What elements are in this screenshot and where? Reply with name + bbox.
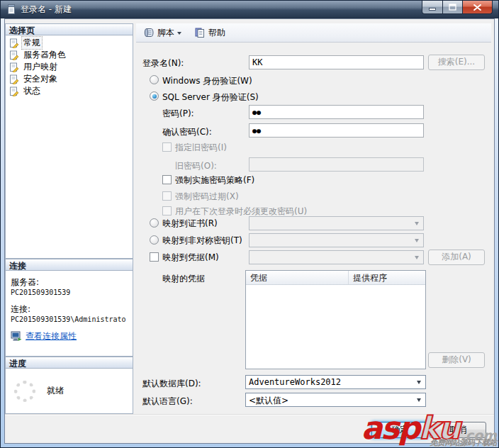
sidebar-item-general[interactable]: 常规: [6, 37, 133, 49]
close-icon: [473, 4, 481, 11]
minimize-button[interactable]: [422, 1, 443, 14]
sidebar-item-label: 状态: [22, 85, 42, 97]
script-button-label: 脚本: [157, 27, 174, 39]
sidebar: 选择页 常规 服务器角色 用户映射 安全对象: [5, 23, 133, 414]
server-label: 服务器:: [11, 276, 128, 289]
connection-header: 连接: [5, 259, 133, 271]
default-language-combo[interactable]: <默认值>: [245, 393, 426, 407]
view-connection-properties-link[interactable]: 查看连接属性: [26, 330, 77, 342]
cancel-button[interactable]: 取消: [430, 422, 486, 438]
property-page-icon: [9, 86, 19, 96]
select-page-header: 选择页: [5, 23, 133, 35]
script-button[interactable]: 脚本: [140, 26, 184, 40]
chevron-down-icon: [417, 381, 421, 386]
specify-old-password-label: 指定旧密码(I): [175, 142, 227, 154]
pages-panel: 常规 服务器角色 用户映射 安全对象 状态: [5, 35, 133, 259]
windows-auth-radio[interactable]: [150, 75, 159, 84]
old-password-label: 旧密码(O):: [175, 160, 217, 172]
table-header-provider: 提供程序: [349, 271, 425, 284]
sidebar-item-user-mapping[interactable]: 用户映射: [6, 61, 133, 73]
chevron-down-icon: [415, 256, 419, 262]
property-page-icon: [9, 62, 19, 72]
windows-auth-label: Windows 身份验证(W): [162, 75, 252, 87]
default-database-value: AdventureWorks2012: [246, 376, 425, 388]
sql-auth-radio[interactable]: [150, 91, 159, 101]
password-label: 密码(P):: [162, 108, 194, 120]
sidebar-item-label: 常规: [22, 37, 42, 49]
maximize-button[interactable]: [443, 1, 463, 14]
property-page-icon: [9, 50, 19, 60]
login-name-input[interactable]: [249, 55, 424, 69]
chevron-down-icon: [177, 32, 181, 37]
dialog-icon: [6, 4, 17, 15]
property-page-icon: [9, 74, 19, 84]
help-button[interactable]: 帮助: [191, 26, 228, 40]
property-page-icon: [9, 38, 19, 48]
script-icon: [143, 27, 155, 38]
sidebar-item-securables[interactable]: 安全对象: [6, 73, 133, 85]
minimize-icon: [429, 4, 436, 11]
old-password-input: [249, 157, 424, 172]
credential-combo: [249, 250, 424, 264]
connection-panel: 服务器: PC201509301539 连接: PC201509301539\A…: [5, 271, 133, 357]
progress-panel: 就绪: [5, 369, 133, 414]
enforce-policy-checkbox[interactable]: [162, 175, 172, 184]
map-credential-label: 映射到凭据(M): [162, 252, 219, 264]
toolbar: 脚本 帮助: [136, 23, 491, 43]
map-certificate-radio[interactable]: [150, 218, 159, 228]
footer: 确定 取消: [5, 414, 494, 443]
asym-key-combo: [249, 233, 424, 247]
mapped-credentials-label: 映射的凭据: [162, 273, 205, 285]
sidebar-item-server-roles[interactable]: 服务器角色: [6, 49, 133, 61]
chevron-down-icon: [415, 239, 419, 245]
must-change-password-checkbox: [162, 206, 172, 215]
general-page-form: 登录名(N): 搜索(E)... Windows 身份验证(W) SQL Ser…: [136, 43, 491, 414]
enforce-policy-label: 强制实施密码策略(F): [175, 174, 254, 186]
computer-icon: [11, 331, 22, 342]
dialog-window: 登录名 - 新建 选择页 常规 服务器角色: [0, 0, 499, 448]
mapped-credentials-table[interactable]: 凭据 提供程序: [245, 270, 426, 369]
connection-value: PC201509301539\Administrato: [11, 315, 128, 323]
progress-header: 进度: [5, 357, 133, 369]
default-database-label: 默认数据库(D):: [142, 378, 201, 390]
table-header-credential: 凭据: [246, 271, 349, 284]
dialog-content: 选择页 常规 服务器角色 用户映射 安全对象: [4, 18, 495, 444]
confirm-password-label: 确认密码(C):: [162, 126, 212, 138]
chevron-down-icon: [415, 222, 419, 228]
connection-label: 连接:: [11, 303, 128, 315]
progress-spinner-icon: [14, 381, 35, 402]
map-credential-checkbox[interactable]: [150, 252, 159, 262]
progress-status: 就绪: [47, 385, 64, 397]
sql-auth-label: SQL Server 身份验证(S): [162, 91, 259, 103]
close-button[interactable]: [463, 1, 493, 14]
ok-button[interactable]: 确定: [371, 422, 428, 438]
login-name-label: 登录名(N):: [142, 57, 184, 69]
sidebar-item-label: 安全对象: [22, 73, 59, 85]
default-database-combo[interactable]: AdventureWorks2012: [245, 375, 426, 389]
remove-button: 删除(V): [428, 352, 485, 368]
window-controls: [422, 1, 493, 14]
table-header-row: 凭据 提供程序: [246, 271, 425, 285]
default-language-label: 默认语言(G):: [142, 396, 193, 408]
map-asym-key-label: 映射到非对称密钥(T): [162, 235, 242, 247]
add-button: 添加(A): [428, 250, 485, 265]
help-icon: [194, 27, 206, 38]
map-asym-key-radio[interactable]: [150, 235, 159, 245]
map-certificate-label: 映射到证书(R): [162, 218, 218, 230]
confirm-password-input[interactable]: [249, 123, 424, 138]
server-value: PC201509301539: [11, 289, 128, 296]
enforce-expiration-checkbox: [162, 191, 172, 201]
sidebar-item-label: 服务器角色: [22, 49, 67, 61]
maximize-icon: [449, 4, 456, 11]
chevron-down-icon: [417, 398, 421, 404]
certificate-combo: [249, 216, 424, 230]
sidebar-item-status[interactable]: 状态: [6, 85, 133, 97]
enforce-expiration-label: 强制密码过期(X): [175, 191, 239, 203]
titlebar: 登录名 - 新建: [1, 1, 498, 18]
search-button: 搜索(E)...: [428, 55, 485, 70]
password-input[interactable]: [249, 105, 424, 119]
window-title: 登录名 - 新建: [21, 4, 72, 16]
specify-old-password-checkbox: [162, 142, 172, 152]
default-language-value: <默认值>: [246, 393, 425, 408]
sidebar-item-label: 用户映射: [22, 61, 59, 73]
